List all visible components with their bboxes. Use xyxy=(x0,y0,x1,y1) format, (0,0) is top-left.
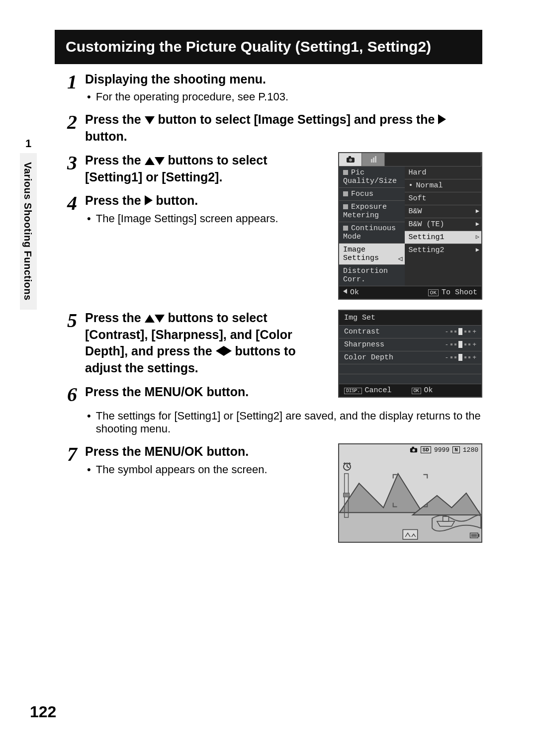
camera-menu-footer: Ok OKTo Shoot xyxy=(339,286,481,299)
step-sub: The symbol appears on the screen. xyxy=(85,463,327,476)
page-number: 122 xyxy=(30,703,56,721)
sd-badge: SD xyxy=(421,446,431,453)
step-heading: Press the button. xyxy=(85,192,327,209)
step-heading: Press the buttons to select [Contrast], … xyxy=(85,310,327,377)
step-heading: Press the button to select [Image Settin… xyxy=(85,111,482,145)
screen-footer: DISP.Cancel OKOk xyxy=(339,384,481,397)
menu-option: Soft xyxy=(405,192,481,205)
step-number: 1 xyxy=(67,71,85,105)
step-7: 7 Press the MENU/OK button. The symbol a… xyxy=(67,443,327,477)
right-icon xyxy=(224,346,232,356)
svg-rect-11 xyxy=(344,493,350,497)
section-title: Customizing the Picture Quality (Setting… xyxy=(55,30,482,64)
side-tab-number: 1 xyxy=(20,134,37,153)
svg-rect-14 xyxy=(471,534,477,537)
menu-item: Focus xyxy=(339,187,405,200)
step-number: 5 xyxy=(67,310,85,377)
step-sub: The settings for [Setting1] or [Setting2… xyxy=(85,410,482,435)
menu-option: Setting2▶ xyxy=(405,244,481,256)
step-number: 4 xyxy=(67,192,85,226)
setting-row: Color Depth-+ xyxy=(339,351,481,364)
image-settings-screen: Img Set Contrast-+Sharpness-+Color Depth… xyxy=(338,310,482,398)
step-2: 2 Press the button to select [Image Sett… xyxy=(67,111,482,145)
menu-option: B&W▶ xyxy=(405,205,481,218)
shooting-screen: SD 9999 N 1280 xyxy=(338,443,482,543)
step-number: 3 xyxy=(67,152,85,186)
left-icon xyxy=(216,346,224,356)
step-5: 5 Press the buttons to select [Contrast]… xyxy=(67,310,327,377)
step-1: 1 Displaying the shooting menu. For the … xyxy=(67,71,482,105)
screen-title: Img Set xyxy=(339,311,481,325)
menu-item: Image Settings◁ xyxy=(339,243,405,264)
down-icon xyxy=(155,315,165,323)
self-timer-icon xyxy=(342,461,352,471)
quality-badge: N xyxy=(452,446,460,453)
menu-item: Pic Quality/Size xyxy=(339,166,405,187)
down-icon xyxy=(145,116,155,124)
step-heading: Press the MENU/OK button. xyxy=(85,443,327,460)
menu-item: Distortion Corr. xyxy=(339,264,405,286)
step-number: 6 xyxy=(67,384,85,405)
setting-row: Sharpness-+ xyxy=(339,338,481,351)
step-sub: The [Image Settings] screen appears. xyxy=(85,212,327,225)
up-icon xyxy=(145,157,155,165)
step-3: 3 Press the buttons to select [Setting1]… xyxy=(67,152,327,186)
side-tab: 1 Various Shooting Functions xyxy=(20,134,37,310)
shots-remaining: 9999 xyxy=(434,446,449,454)
camera-tab-spacer xyxy=(385,153,481,166)
menu-option: Normal xyxy=(405,179,481,192)
svg-rect-9 xyxy=(403,529,417,539)
right-icon xyxy=(438,114,446,124)
menu-option: B&W (TE)▶ xyxy=(405,218,481,231)
svg-rect-8 xyxy=(443,516,449,521)
camera-icon xyxy=(410,446,418,453)
step-number: 2 xyxy=(67,111,85,145)
svg-rect-1 xyxy=(349,156,351,158)
svg-point-2 xyxy=(349,159,352,162)
step-heading: Press the MENU/OK button. xyxy=(85,384,327,401)
menu-option: Setting1▷ xyxy=(405,231,481,244)
down-icon xyxy=(155,157,165,165)
right-icon xyxy=(145,195,153,205)
step-6: 6 Press the MENU/OK button. xyxy=(67,384,327,405)
step-4: 4 Press the button. The [Image Settings]… xyxy=(67,192,327,226)
menu-option: Hard xyxy=(405,166,481,179)
resolution: 1280 xyxy=(463,446,478,454)
camera-tab-icon xyxy=(362,153,385,166)
menu-item: Exposure Metering xyxy=(339,200,405,222)
svg-rect-13 xyxy=(478,534,479,537)
setting-row: Contrast-+ xyxy=(339,325,481,338)
step-heading: Press the buttons to select [Setting1] o… xyxy=(85,152,327,186)
svg-rect-4 xyxy=(373,158,374,163)
step-number: 7 xyxy=(67,443,85,477)
camera-tab-icon xyxy=(339,153,362,166)
menu-item: Continuous Mode xyxy=(339,222,405,243)
side-tab-label: Various Shooting Functions xyxy=(20,153,35,310)
svg-point-17 xyxy=(412,449,415,451)
up-icon xyxy=(145,315,155,323)
svg-rect-3 xyxy=(371,159,372,163)
step-sub: For the operating procedure, see P.103. xyxy=(85,90,482,103)
left-icon xyxy=(343,289,347,294)
step-6-sub: The settings for [Setting1] or [Setting2… xyxy=(67,407,482,436)
svg-rect-5 xyxy=(375,156,376,163)
svg-rect-16 xyxy=(412,447,414,449)
camera-menu-screen: Pic Quality/SizeFocusExposure MeteringCo… xyxy=(338,152,482,300)
step-heading: Displaying the shooting menu. xyxy=(85,71,482,88)
